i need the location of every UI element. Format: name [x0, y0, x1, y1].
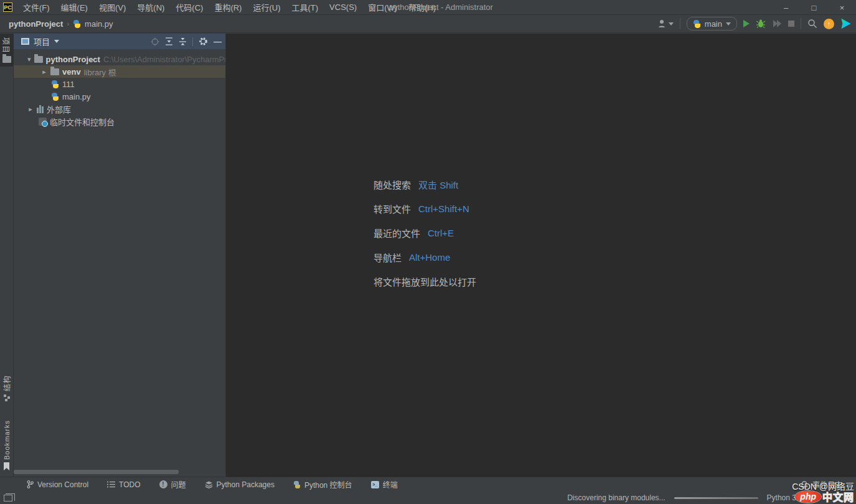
settings-gear-icon[interactable]: [199, 37, 208, 46]
hint-label: 将文件拖放到此处以打开: [374, 275, 476, 288]
hint-label: 随处搜索: [374, 178, 411, 191]
problems-icon: !: [159, 480, 167, 488]
php-logo-pill: php: [795, 491, 821, 503]
tree-item-label: main.py: [62, 92, 91, 101]
tree-item-path: C:\Users\Administrator\PycharmProj: [103, 55, 225, 64]
close-button[interactable]: ×: [828, 0, 856, 15]
chevron-down-icon[interactable]: ▾: [27, 55, 31, 63]
project-tool-button[interactable]: 项目: [0, 34, 14, 67]
menu-file[interactable]: 文件(F): [17, 0, 55, 15]
window-layout-icon[interactable]: [4, 495, 12, 502]
navigation-toolbar: pythonProject › main.py main: [0, 15, 856, 33]
maximize-button[interactable]: □: [800, 0, 828, 15]
tool-button-label: 问题: [171, 479, 186, 490]
project-panel-title: 项目: [34, 35, 50, 47]
status-bar: Discovering binary modules... Python 3.9…: [0, 492, 856, 504]
hint-shortcut: Ctrl+E: [428, 228, 454, 238]
toolbar-divider: [680, 18, 680, 29]
users-icon: [657, 19, 667, 28]
breadcrumb-project[interactable]: pythonProject: [9, 19, 63, 29]
tree-row[interactable]: ▾ pythonProject C:\Users\Administrator\P…: [14, 53, 225, 65]
tree-row[interactable]: ▸ 外部库: [14, 103, 225, 115]
php-logo-suffix: 中文网: [822, 489, 854, 504]
menu-run[interactable]: 运行(U): [247, 0, 286, 15]
structure-tool-button[interactable]: 结构: [0, 371, 14, 405]
tree-row[interactable]: 临时文件和控制台: [14, 115, 225, 128]
problems-tool-button[interactable]: ! 问题: [153, 477, 193, 492]
background-task-label: Discovering binary modules...: [567, 493, 665, 502]
project-tool-label: 项目: [1, 37, 12, 54]
todo-list-icon: [107, 481, 115, 488]
background-task-progress-bar: [674, 497, 758, 499]
expand-all-icon[interactable]: [165, 37, 173, 45]
hint-line: 最近的文件 Ctrl+E: [374, 226, 476, 240]
project-view-icon: [21, 38, 29, 45]
python-file-icon: [51, 80, 59, 88]
folder-icon: [34, 56, 43, 63]
hide-panel-icon[interactable]: —: [214, 37, 222, 46]
minimize-button[interactable]: –: [772, 0, 800, 15]
tree-row[interactable]: 111: [14, 78, 225, 90]
tool-button-label: 终端: [383, 479, 398, 490]
code-with-me-button[interactable]: [657, 19, 674, 28]
python-icon: [693, 20, 701, 28]
run-configuration-selector[interactable]: main: [687, 17, 737, 30]
watermark: CSDN @网络豆 php 中文网: [792, 480, 854, 504]
editor-area[interactable]: 随处搜索 双击 Shift 转到文件 Ctrl+Shift+N 最近的文件 Ct…: [226, 34, 856, 477]
hint-shortcut: Alt+Home: [409, 252, 450, 263]
hint-label: 最近的文件: [374, 226, 420, 240]
run-with-coverage-icon: [772, 19, 782, 28]
run-button[interactable]: [743, 20, 750, 27]
update-available-icon[interactable]: ↑: [824, 19, 834, 29]
menu-vcs[interactable]: VCS(S): [324, 0, 362, 15]
tree-row-selected[interactable]: ▸ venv library 根: [14, 65, 225, 78]
project-panel-header[interactable]: 项目: [14, 34, 225, 49]
git-branch-icon: [27, 480, 34, 488]
tree-item-label: 临时文件和控制台: [50, 116, 115, 128]
packages-icon: [205, 480, 213, 488]
tree-item-label: pythonProject: [46, 55, 100, 64]
tree-row[interactable]: main.py: [14, 90, 225, 103]
menu-view[interactable]: 视图(V): [93, 0, 131, 15]
version-control-tool-button[interactable]: Version Control: [20, 477, 95, 492]
php-logo: php 中文网: [792, 489, 854, 504]
hint-line: 导航栏 Alt+Home: [374, 250, 476, 264]
horizontal-scrollbar[interactable]: [14, 470, 179, 474]
python-file-icon: [73, 20, 81, 28]
editor-shortcut-hints: 随处搜索 双击 Shift 转到文件 Ctrl+Shift+N 最近的文件 Ct…: [374, 177, 476, 288]
debug-bug-icon[interactable]: [756, 19, 766, 29]
structure-tool-label: 结构: [1, 375, 12, 391]
python-console-tool-button[interactable]: Python 控制台: [286, 477, 359, 492]
tree-item-label: venv: [62, 67, 81, 77]
plugin-logo-icon[interactable]: [840, 19, 851, 29]
chevron-down-icon[interactable]: [54, 40, 59, 43]
left-tool-stripe: 项目 结构 Bookmarks: [0, 34, 14, 477]
collapse-all-icon[interactable]: [179, 37, 187, 45]
breadcrumb-separator-icon: ›: [67, 20, 69, 27]
chevron-right-icon[interactable]: ▸: [41, 68, 47, 76]
tree-item-label: 111: [62, 80, 75, 89]
title-bar: PC 文件(F) 编辑(E) 视图(V) 导航(N) 代码(C) 重构(R) 运…: [0, 0, 856, 15]
menu-refactor[interactable]: 重构(R): [209, 0, 247, 15]
pycharm-logo-icon: PC: [3, 2, 12, 12]
run-configuration-name: main: [705, 19, 722, 29]
tool-button-label: Version Control: [37, 480, 88, 489]
chevron-down-icon: [726, 22, 731, 26]
panel-header-divider: [192, 37, 193, 46]
structure-icon: [3, 394, 11, 401]
menu-code[interactable]: 代码(C): [170, 0, 209, 15]
hint-line: 将文件拖放到此处以打开: [374, 274, 476, 288]
chevron-right-icon[interactable]: ▸: [27, 105, 34, 113]
python-packages-tool-button[interactable]: Python Packages: [198, 477, 281, 492]
terminal-tool-button[interactable]: >_ 终端: [364, 477, 405, 492]
todo-tool-button[interactable]: TODO: [100, 477, 147, 492]
terminal-icon: >_: [371, 481, 379, 488]
stop-button: [788, 21, 794, 27]
menu-navigate[interactable]: 导航(N): [131, 0, 170, 15]
search-everywhere-icon[interactable]: [807, 19, 817, 29]
breadcrumb-file[interactable]: main.py: [85, 19, 113, 29]
folder-icon: [2, 56, 11, 63]
menu-tools[interactable]: 工具(T): [286, 0, 324, 15]
bookmarks-tool-button[interactable]: Bookmarks: [0, 416, 14, 474]
menu-edit[interactable]: 编辑(E): [55, 0, 93, 15]
